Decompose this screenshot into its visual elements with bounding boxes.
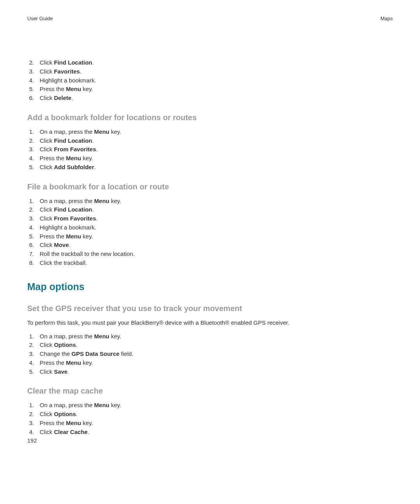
list-item-text: Click [40, 59, 54, 66]
list-item: Press the Menu key. [27, 85, 393, 93]
list-item-bold: From Favorites [54, 146, 96, 152]
list-item-text: On a map, press the [40, 333, 94, 340]
list-item-bold: Options [54, 411, 76, 417]
list-item: Press the Menu key. [27, 154, 393, 163]
list-item-text: Click [40, 429, 54, 435]
list-item-text: key. [81, 359, 93, 366]
numbered-list-3: On a map, press the Menu key.Click Find … [27, 197, 393, 267]
list-item: Press the Menu key. [27, 232, 393, 241]
list-item-text: On a map, press the [40, 198, 94, 204]
list-item: Click Options. [27, 341, 393, 349]
list-item: Click From Favorites. [27, 145, 393, 154]
list-item-text: . [80, 68, 81, 75]
numbered-list-2: On a map, press the Menu key.Click Find … [27, 128, 393, 172]
list-item-bold: Delete [54, 94, 72, 101]
list-item: Click Options. [27, 410, 393, 418]
list-item-text: . [92, 206, 94, 213]
list-item-text: key. [81, 155, 93, 161]
list-item-text: . [76, 341, 77, 348]
list-item-text: key. [81, 233, 93, 240]
heading-file-bookmark: File a bookmark for a location or route [27, 182, 393, 191]
list-item-text: On a map, press the [40, 402, 94, 408]
list-item-text: . [96, 215, 98, 222]
list-item-bold: Menu [66, 359, 81, 366]
list-item-bold: Menu [94, 128, 109, 135]
list-item-text: Click [40, 68, 54, 75]
list-item-bold: Menu [66, 86, 81, 92]
list-item-text: . [92, 137, 94, 144]
heading-add-bookmark-folder: Add a bookmark folder for locations or r… [27, 113, 393, 122]
list-item-text: key. [109, 128, 121, 135]
list-item-bold: From Favorites [54, 215, 96, 222]
list-item: Click Find Location. [27, 205, 393, 214]
list-item-text: Highlight a bookmark. [40, 77, 96, 84]
list-item-text: . [76, 411, 77, 417]
list-item-bold: Options [54, 341, 76, 348]
list-item-text: . [69, 242, 70, 248]
list-item-text: Click [40, 137, 54, 144]
list-item: Click Move. [27, 241, 393, 249]
list-item-bold: Clear Cache [54, 429, 88, 435]
list-item-text: Click [40, 215, 54, 222]
list-item-bold: Menu [66, 420, 81, 426]
list-item: Click Find Location. [27, 136, 393, 145]
list-item-text: Press the [40, 86, 66, 92]
list-item-text: Press the [40, 155, 66, 161]
list-item-text: Click [40, 411, 54, 417]
list-item-text: key. [109, 402, 121, 408]
list-item-text: Roll the trackball to the new location. [40, 250, 135, 257]
list-item-bold: Menu [94, 198, 109, 204]
numbered-list-6: On a map, press the Menu key.Click Optio… [27, 401, 393, 436]
page-number: 192 [27, 437, 37, 444]
list-item: On a map, press the Menu key. [27, 197, 393, 205]
list-item: Click the trackball. [27, 259, 393, 267]
list-item-text: Click [40, 94, 54, 101]
list-item-text: key. [109, 198, 121, 204]
list-item: On a map, press the Menu key. [27, 332, 393, 341]
list-item: Click Favorites. [27, 67, 393, 76]
list-item-text: Press the [40, 420, 66, 426]
list-item-text: Click [40, 341, 54, 348]
list-item-text: Click [40, 206, 54, 213]
list-item-bold: Save [54, 368, 68, 375]
list-item-text: Click [40, 146, 54, 152]
page-header: User Guide Maps [27, 16, 393, 21]
list-item: Highlight a bookmark. [27, 223, 393, 232]
list-item-text: Press the [40, 359, 66, 366]
list-item-text: Click [40, 164, 54, 170]
list-item-text: Press the [40, 233, 66, 240]
list-item: Click Find Location. [27, 58, 393, 67]
list-item-text: Highlight a bookmark. [40, 224, 96, 231]
list-item-bold: Find Location [54, 59, 92, 66]
heading-set-gps: Set the GPS receiver that you use to tra… [27, 304, 393, 313]
list-item-text: . [88, 429, 89, 435]
list-item-text: Click [40, 242, 54, 248]
list-item-bold: Menu [94, 333, 109, 340]
list-item-text: Click [40, 368, 54, 375]
list-item-text: . [92, 59, 94, 66]
list-item-bold: Move [54, 242, 69, 248]
intro-text-gps: To perform this task, you must pair your… [27, 318, 393, 327]
list-item: Press the Menu key. [27, 419, 393, 427]
list-item: Click Save. [27, 368, 393, 376]
numbered-list-1: Click Find Location.Click Favorites.High… [27, 58, 393, 102]
list-item-text: . [96, 146, 98, 152]
list-item: Click Clear Cache. [27, 428, 393, 436]
list-item-text: key. [109, 333, 121, 340]
list-item-bold: GPS Data Source [72, 350, 119, 357]
heading-map-options: Map options [27, 281, 393, 292]
list-item: Click From Favorites. [27, 214, 393, 223]
list-item-bold: Add Subfolder [54, 164, 94, 170]
list-item-bold: Favorites [54, 68, 80, 75]
list-item-bold: Menu [66, 233, 81, 240]
list-item-text: . [94, 164, 96, 170]
list-item-text: . [72, 94, 73, 101]
list-item: Highlight a bookmark. [27, 76, 393, 85]
list-item-text: key. [81, 86, 93, 92]
heading-clear-cache: Clear the map cache [27, 387, 393, 396]
list-item: On a map, press the Menu key. [27, 128, 393, 136]
header-right: Maps [380, 16, 393, 21]
list-item: Click Add Subfolder. [27, 163, 393, 172]
list-item-text: On a map, press the [40, 128, 94, 135]
list-item-bold: Find Location [54, 206, 92, 213]
